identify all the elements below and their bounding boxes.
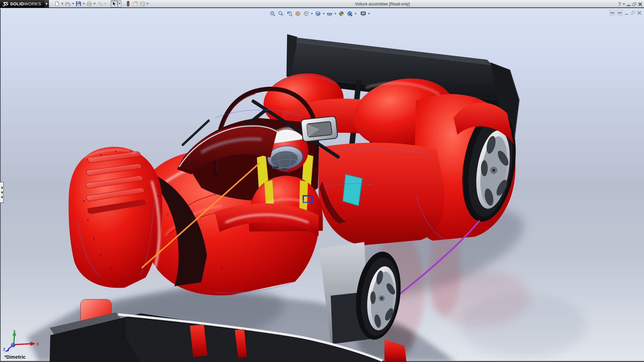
save-button[interactable] bbox=[75, 0, 82, 7]
options-checklist-icon bbox=[140, 1, 145, 7]
section-view-icon bbox=[295, 11, 301, 17]
previous-view-icon bbox=[286, 11, 292, 17]
show-left-pane-button[interactable] bbox=[609, 10, 615, 15]
select-button[interactable] bbox=[111, 0, 118, 7]
left-arrow-icon bbox=[612, 11, 613, 14]
title-bar: ƷS SOLIDWORKS bbox=[0, 0, 644, 8]
view-settings-button[interactable] bbox=[359, 9, 367, 18]
collapse-arrow-icon bbox=[1, 186, 3, 189]
undo-dropdown[interactable] bbox=[104, 0, 107, 7]
file-properties-button[interactable] bbox=[132, 0, 139, 7]
collapse-arrow-icon bbox=[1, 196, 3, 198]
select-dropdown[interactable] bbox=[118, 0, 121, 7]
show-right-pane-button[interactable] bbox=[617, 10, 623, 15]
view-settings-icon bbox=[360, 11, 366, 17]
undo-button[interactable] bbox=[97, 0, 104, 7]
triad-z-label: Z bbox=[3, 347, 5, 351]
viewport-3d[interactable]: Z Y X *Dimetric bbox=[0, 9, 644, 362]
expand-arrow-icon bbox=[46, 2, 48, 5]
hide-show-items-dropdown[interactable] bbox=[334, 9, 337, 18]
help-dropdown[interactable] bbox=[623, 3, 625, 5]
triad-y-label: Y bbox=[13, 329, 16, 334]
zoom-to-area-button[interactable] bbox=[277, 9, 285, 18]
doc-restore-button[interactable] bbox=[631, 11, 635, 15]
apply-scene-dropdown[interactable] bbox=[354, 9, 357, 18]
new-document-button[interactable] bbox=[54, 0, 61, 7]
help-button[interactable]: ? bbox=[618, 2, 621, 7]
collapsed-panel-tab[interactable] bbox=[0, 182, 4, 203]
solidworks-window: ƷS SOLIDWORKS bbox=[0, 0, 644, 362]
open-icon bbox=[65, 1, 70, 6]
view-orientation-button[interactable] bbox=[302, 9, 310, 18]
undo-icon bbox=[97, 1, 103, 7]
mirror-intake-box bbox=[301, 116, 338, 142]
close-button[interactable] bbox=[638, 2, 642, 6]
save-dropdown[interactable] bbox=[82, 0, 86, 7]
print-icon bbox=[87, 1, 92, 6]
menu-expand-button[interactable] bbox=[45, 0, 49, 8]
print-button[interactable] bbox=[86, 0, 93, 7]
section-view-button[interactable] bbox=[293, 9, 302, 18]
dassault-3ds-mark: ƷS bbox=[3, 1, 8, 6]
view-orientation-label: *Dimetric bbox=[4, 354, 25, 360]
select-cursor-icon bbox=[112, 1, 117, 6]
heads-up-toolbar bbox=[268, 9, 371, 18]
solidworks-logo: ƷS SOLIDWORKS bbox=[0, 0, 45, 8]
new-document-dropdown[interactable] bbox=[61, 0, 64, 7]
save-icon bbox=[76, 1, 81, 6]
zoom-to-fit-icon bbox=[270, 11, 276, 17]
document-window-controls bbox=[609, 10, 641, 15]
restore-button[interactable] bbox=[632, 2, 636, 6]
options-button[interactable] bbox=[139, 0, 146, 7]
display-style-icon bbox=[315, 11, 321, 17]
rebuild-traffic-light-icon bbox=[125, 1, 131, 6]
doc-minimize-button[interactable] bbox=[625, 14, 628, 15]
zoom-to-area-icon bbox=[278, 11, 284, 17]
new-document-icon bbox=[54, 1, 60, 6]
edit-appearance-button[interactable] bbox=[337, 9, 345, 18]
window-controls: ? bbox=[618, 0, 642, 8]
doc-close-button[interactable] bbox=[637, 11, 641, 15]
display-style-button[interactable] bbox=[314, 9, 322, 18]
previous-view-button[interactable] bbox=[285, 9, 293, 18]
open-button[interactable] bbox=[64, 0, 71, 7]
race-car-model bbox=[0, 9, 644, 362]
rebuild-button[interactable] bbox=[125, 0, 132, 7]
view-settings-dropdown[interactable] bbox=[367, 9, 371, 18]
hide-show-items-button[interactable] bbox=[325, 9, 334, 18]
apply-scene-button[interactable] bbox=[345, 9, 354, 18]
zoom-to-fit-button[interactable] bbox=[268, 9, 277, 18]
collapse-arrow-icon bbox=[1, 191, 3, 194]
view-orientation-dropdown[interactable] bbox=[310, 9, 314, 18]
standard-toolbar bbox=[54, 0, 150, 8]
display-style-dropdown[interactable] bbox=[322, 9, 325, 18]
print-dropdown[interactable] bbox=[93, 0, 97, 7]
view-orientation-icon bbox=[303, 11, 309, 17]
apply-scene-icon bbox=[347, 11, 353, 17]
right-arrow-icon bbox=[619, 11, 620, 14]
minimize-button[interactable] bbox=[627, 5, 630, 6]
hide-show-items-icon bbox=[326, 11, 333, 17]
document-title: Voiture assomblee [Read-only] bbox=[355, 2, 410, 6]
options-dropdown[interactable] bbox=[146, 0, 150, 7]
open-dropdown[interactable] bbox=[71, 0, 75, 7]
triad-x-label: X bbox=[37, 342, 39, 346]
file-properties-icon bbox=[132, 1, 138, 7]
edit-appearance-icon bbox=[338, 11, 344, 17]
